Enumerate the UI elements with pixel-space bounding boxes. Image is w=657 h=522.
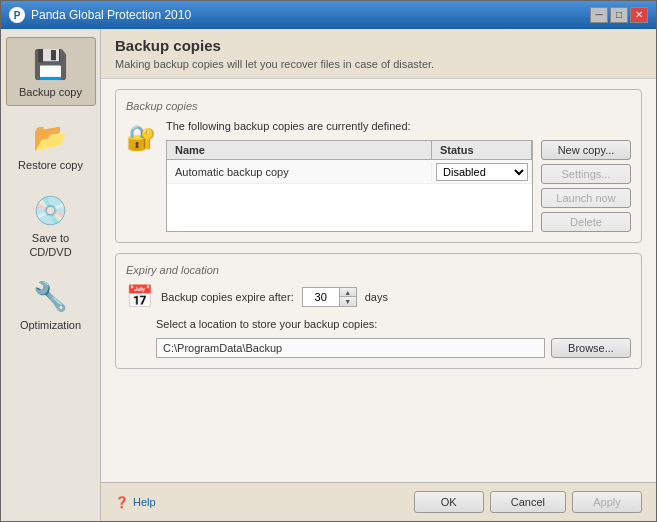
question-icon: ❓ <box>115 496 129 509</box>
restore-copy-icon: 📂 <box>31 117 71 157</box>
apply-button[interactable]: Apply <box>572 491 642 513</box>
status-select[interactable]: Disabled Enabled <box>436 163 528 181</box>
backup-icon-area: 🔐 <box>126 120 156 232</box>
launch-now-button[interactable]: Launch now <box>541 188 631 208</box>
row-name: Automatic backup copy <box>167 163 432 181</box>
title-bar-left: P Panda Global Protection 2010 <box>9 7 191 23</box>
sidebar-save-cd-label: Save to CD/DVD <box>11 232 91 258</box>
expiry-section: Expiry and location 📅 Backup copies expi… <box>115 253 642 369</box>
sidebar-restore-copy-label: Restore copy <box>18 159 83 172</box>
main-window: P Panda Global Protection 2010 ─ □ ✕ 💾 B… <box>0 0 657 522</box>
sidebar-optimization-label: Optimization <box>20 319 81 332</box>
browse-button[interactable]: Browse... <box>551 338 631 358</box>
help-label: Help <box>133 496 156 508</box>
settings-button[interactable]: Settings... <box>541 164 631 184</box>
location-row: Select a location to store your backup c… <box>156 318 631 330</box>
title-controls: ─ □ ✕ <box>590 7 648 23</box>
help-link[interactable]: ❓ Help <box>115 496 156 509</box>
table-header: Name Status <box>167 141 532 160</box>
expire-input[interactable] <box>303 289 339 305</box>
window-title: Panda Global Protection 2010 <box>31 8 191 22</box>
expiry-section-content: 📅 Backup copies expire after: ▲ ▼ days <box>126 284 631 358</box>
sidebar-item-restore-copy[interactable]: 📂 Restore copy <box>6 110 96 179</box>
footer-buttons: OK Cancel Apply <box>414 491 642 513</box>
backup-copy-icon: 💾 <box>31 44 71 84</box>
sidebar-item-backup-copy[interactable]: 💾 Backup copy <box>6 37 96 106</box>
sidebar-item-save-cd[interactable]: 💿 Save to CD/DVD <box>6 183 96 265</box>
close-button[interactable]: ✕ <box>630 7 648 23</box>
backup-table: Name Status Automatic backup copy <box>166 140 533 232</box>
ok-button[interactable]: OK <box>414 491 484 513</box>
save-cd-icon: 💿 <box>31 190 71 230</box>
sidebar-backup-copy-label: Backup copy <box>19 86 82 99</box>
location-input-row: Browse... <box>156 338 631 358</box>
app-icon: P <box>9 7 25 23</box>
minimize-button[interactable]: ─ <box>590 7 608 23</box>
main-panel: Backup copies Making backup copies will … <box>101 29 656 521</box>
expire-spinner: ▲ ▼ <box>302 287 357 307</box>
lock-icon: 🔐 <box>126 124 156 152</box>
backup-description: The following backup copies are currentl… <box>166 120 631 132</box>
location-input[interactable] <box>156 338 545 358</box>
delete-button[interactable]: Delete <box>541 212 631 232</box>
table-row: Automatic backup copy Disabled Enabled <box>167 160 532 184</box>
backup-copies-section: Backup copies 🔐 The following backup cop… <box>115 89 642 243</box>
main-header: Backup copies Making backup copies will … <box>101 29 656 79</box>
expiry-row: 📅 Backup copies expire after: ▲ ▼ days <box>126 284 631 310</box>
optimization-icon: 🔧 <box>31 277 71 317</box>
spinner-arrows: ▲ ▼ <box>339 288 356 306</box>
location-label: Select a location to store your backup c… <box>156 318 377 330</box>
maximize-button[interactable]: □ <box>610 7 628 23</box>
backup-copies-section-title: Backup copies <box>126 100 631 112</box>
page-description: Making backup copies will let you recove… <box>115 58 642 70</box>
col-name: Name <box>167 141 432 159</box>
page-title: Backup copies <box>115 37 642 54</box>
col-status: Status <box>432 141 532 159</box>
backup-table-area: The following backup copies are currentl… <box>166 120 631 232</box>
backup-copies-content: 🔐 The following backup copies are curren… <box>126 120 631 232</box>
days-label: days <box>365 291 388 303</box>
expire-label: Backup copies expire after: <box>161 291 294 303</box>
cancel-button[interactable]: Cancel <box>490 491 566 513</box>
table-body: Automatic backup copy Disabled Enabled <box>167 160 532 184</box>
new-copy-button[interactable]: New copy... <box>541 140 631 160</box>
title-bar: P Panda Global Protection 2010 ─ □ ✕ <box>1 1 656 29</box>
calendar-icon: 📅 <box>126 284 153 310</box>
footer: ❓ Help OK Cancel Apply <box>101 482 656 521</box>
spinner-down[interactable]: ▼ <box>340 297 356 306</box>
action-buttons: New copy... Settings... Launch now Delet… <box>541 140 631 232</box>
expiry-section-title: Expiry and location <box>126 264 631 276</box>
content-area: 💾 Backup copy 📂 Restore copy 💿 Save to C… <box>1 29 656 521</box>
main-content: Backup copies 🔐 The following backup cop… <box>101 79 656 482</box>
row-status: Disabled Enabled <box>432 161 532 183</box>
backup-table-buttons: Name Status Automatic backup copy <box>166 140 631 232</box>
spinner-up[interactable]: ▲ <box>340 288 356 297</box>
sidebar: 💾 Backup copy 📂 Restore copy 💿 Save to C… <box>1 29 101 521</box>
sidebar-item-optimization[interactable]: 🔧 Optimization <box>6 270 96 339</box>
